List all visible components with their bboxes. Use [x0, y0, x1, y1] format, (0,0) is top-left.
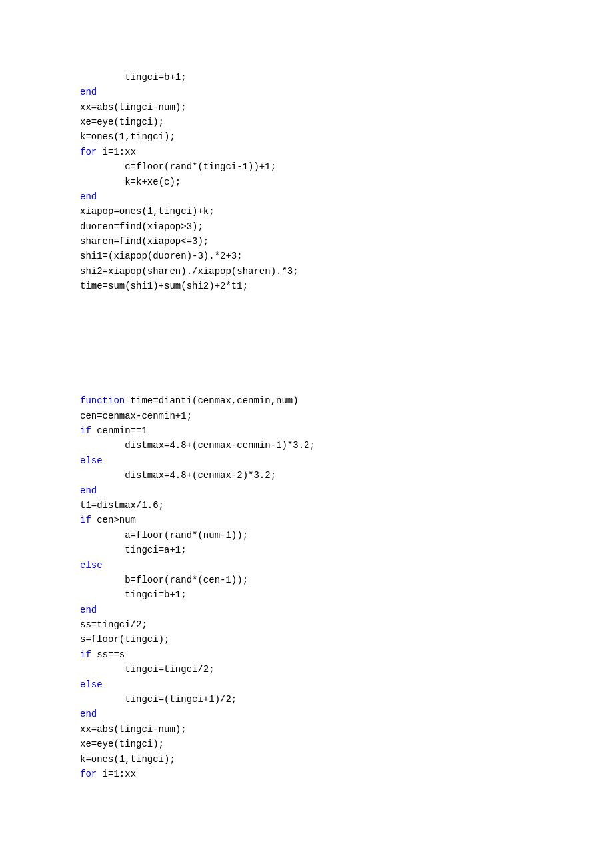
- code-line: s=floor(tingci);: [80, 632, 586, 647]
- code-line: a=floor(rand*(num-1));: [80, 528, 586, 543]
- code-token: tingci=a+1;: [125, 545, 186, 555]
- code-line: k=ones(1,tingci);: [80, 752, 586, 767]
- code-line: k=ones(1,tingci);: [80, 129, 586, 144]
- code-line: if ss==s: [80, 647, 586, 662]
- code-token: duoren=find(xiapop>3);: [80, 221, 203, 232]
- code-line: else: [80, 453, 586, 468]
- code-token: k=ones(1,tingci);: [80, 754, 175, 765]
- code-token: tingci=(tingci+1)/2;: [125, 694, 237, 705]
- keyword-token: else: [80, 560, 103, 571]
- code-line: else: [80, 558, 586, 573]
- keyword-token: end: [80, 87, 97, 97]
- code-line: function time=dianti(cenmax,cenmin,num): [80, 393, 586, 408]
- keyword-token: else: [80, 455, 103, 466]
- code-token: ss=tingci/2;: [80, 619, 147, 630]
- code-token: tingci=tingci/2;: [125, 664, 214, 675]
- code-token: xe=eye(tingci);: [80, 739, 164, 749]
- keyword-token: end: [80, 485, 97, 496]
- code-line: cen=cenmax-cenmin+1;: [80, 409, 586, 423]
- code-token: cen>num: [91, 515, 136, 525]
- code-token: t1=distmax/1.6;: [80, 500, 164, 511]
- code-line: tingci=tingci/2;: [80, 662, 586, 677]
- code-token: ss==s: [91, 649, 125, 660]
- keyword-token: for: [80, 147, 97, 157]
- code-line: for i=1:xx: [80, 767, 586, 781]
- code-token: k=k+xe(c);: [125, 177, 181, 187]
- code-line: duoren=find(xiapop>3);: [80, 219, 586, 234]
- code-token: distmax=4.8+(cenmax-cenmin-1)*3.2;: [125, 440, 315, 451]
- code-editor: tingci=b+1;endxx=abs(tingci-num);xe=eye(…: [80, 40, 586, 797]
- code-line: tingci=a+1;: [80, 543, 586, 557]
- keyword-token: end: [80, 605, 97, 615]
- code-line: for i=1:xx: [80, 145, 586, 159]
- code-token: tingci=b+1;: [125, 72, 186, 83]
- code-line: end: [80, 85, 586, 99]
- code-line: xx=abs(tingci-num);: [80, 722, 586, 737]
- code-token: cen=cenmax-cenmin+1;: [80, 411, 192, 421]
- code-token: time=sum(shi1)+sum(shi2)+2*t1;: [80, 281, 248, 291]
- code-line: xe=eye(tingci);: [80, 115, 586, 129]
- code-token: distmax=4.8+(cenmax-2)*3.2;: [125, 470, 276, 481]
- code-token: tingci=b+1;: [125, 589, 186, 600]
- code-token: i=1:xx: [97, 769, 136, 779]
- code-token: shi2=xiapop(sharen)./xiapop(sharen).*3;: [80, 266, 299, 277]
- code-line: tingci=(tingci+1)/2;: [80, 692, 586, 707]
- keyword-token: end: [80, 191, 97, 202]
- code-line: if cenmin==1: [80, 423, 586, 438]
- code-token: s=floor(tingci);: [80, 634, 169, 645]
- code-token: i=1:xx: [97, 147, 136, 157]
- code-token: time=dianti(cenmax,cenmin,num): [125, 395, 298, 406]
- code-line: end: [80, 189, 586, 204]
- keyword-token: for: [80, 769, 97, 779]
- code-line: distmax=4.8+(cenmax-2)*3.2;: [80, 468, 586, 483]
- code-line: b=floor(rand*(cen-1));: [80, 573, 586, 587]
- code-line: else: [80, 677, 586, 692]
- code-token: a=floor(rand*(num-1));: [125, 530, 248, 541]
- code-line: end: [80, 603, 586, 617]
- code-line: time=sum(shi1)+sum(shi2)+2*t1;: [80, 279, 586, 293]
- code-token: sharen=find(xiapop<=3);: [80, 236, 209, 247]
- code-line: shi2=xiapop(sharen)./xiapop(sharen).*3;: [80, 264, 586, 279]
- code-section-1: tingci=b+1;endxx=abs(tingci-num);xe=eye(…: [80, 70, 586, 294]
- code-line: c=floor(rand*(tingci-1))+1;: [80, 159, 586, 174]
- keyword-token: function: [80, 395, 125, 406]
- keyword-token: end: [80, 709, 97, 719]
- keyword-token: else: [80, 679, 103, 690]
- code-token: xx=abs(tingci-num);: [80, 102, 187, 113]
- code-line: k=k+xe(c);: [80, 175, 586, 189]
- keyword-token: if: [80, 425, 91, 436]
- code-line: sharen=find(xiapop<=3);: [80, 234, 586, 249]
- code-line: t1=distmax/1.6;: [80, 498, 586, 513]
- keyword-token: if: [80, 649, 91, 660]
- code-line: tingci=b+1;: [80, 70, 586, 85]
- code-token: b=floor(rand*(cen-1));: [125, 575, 248, 585]
- code-token: xiapop=ones(1,tingci)+k;: [80, 206, 215, 217]
- code-spacer: [80, 323, 586, 363]
- code-line: tingci=b+1;: [80, 587, 586, 602]
- keyword-token: if: [80, 515, 91, 525]
- code-token: cenmin==1: [91, 425, 147, 436]
- code-line: end: [80, 483, 586, 498]
- code-token: c=floor(rand*(tingci-1))+1;: [125, 161, 276, 172]
- code-section-2: function time=dianti(cenmax,cenmin,num)c…: [80, 393, 586, 781]
- code-line: xx=abs(tingci-num);: [80, 100, 586, 115]
- code-line: xe=eye(tingci);: [80, 737, 586, 751]
- code-token: k=ones(1,tingci);: [80, 131, 175, 142]
- code-line: end: [80, 707, 586, 721]
- code-line: ss=tingci/2;: [80, 617, 586, 632]
- code-line: xiapop=ones(1,tingci)+k;: [80, 204, 586, 219]
- code-token: shi1=(xiapop(duoren)-3).*2+3;: [80, 251, 243, 261]
- code-token: xx=abs(tingci-num);: [80, 724, 187, 735]
- code-line: if cen>num: [80, 513, 586, 527]
- code-line: distmax=4.8+(cenmax-cenmin-1)*3.2;: [80, 438, 586, 453]
- code-line: shi1=(xiapop(duoren)-3).*2+3;: [80, 249, 586, 263]
- code-token: xe=eye(tingci);: [80, 117, 164, 127]
